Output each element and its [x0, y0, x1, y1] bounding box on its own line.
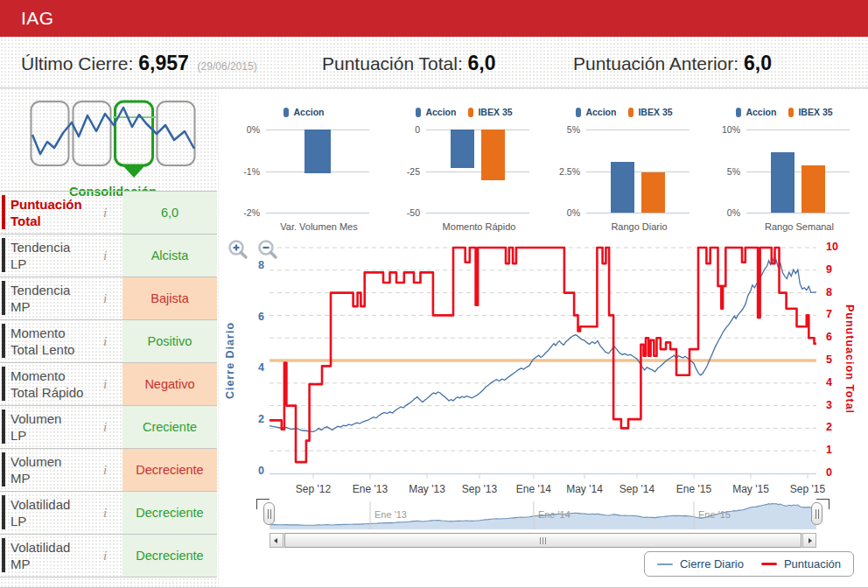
indicator-row: VolumenLPiCreciente: [0, 406, 217, 449]
indicator-label-line: MP: [10, 470, 61, 486]
indicator-label-line: Volumen: [10, 453, 61, 470]
bar: [304, 130, 331, 173]
info-icon[interactable]: i: [103, 334, 107, 349]
mini-chart-plot: 0%-1%-2%: [266, 130, 369, 214]
scrollbar[interactable]: [270, 533, 816, 548]
summary-bar: Último Cierre: 6,957 (29/06/2015) Puntua…: [0, 37, 868, 88]
mini-chart-title: Rango Diario: [544, 221, 704, 232]
indicator-row: VolatilidadMPiDecreciente: [0, 535, 217, 578]
legend-swatch-icon: [788, 108, 794, 117]
plot-area[interactable]: [270, 241, 816, 480]
indicator-value: Bajista: [122, 277, 217, 319]
legend-swatch-icon: [576, 108, 581, 117]
indicator-label: VolatilidadLP: [10, 496, 70, 529]
pattern-selector-graphic: [30, 100, 196, 180]
navigator-label: Ene '13: [374, 509, 407, 520]
indicator-row: PuntuaciónTotali6,0: [0, 192, 217, 234]
gridline: [586, 130, 690, 130]
indicator-row: VolumenMPiDecreciente: [0, 449, 217, 492]
info-icon[interactable]: i: [103, 420, 107, 435]
legend-item-puntuacion[interactable]: Puntuación: [761, 557, 841, 570]
x-axis-label: Ene '14: [516, 483, 551, 495]
legend-swatch-icon: [628, 108, 634, 117]
indicator-label-line: Total Lento: [10, 341, 74, 358]
legend-line-icon: [761, 563, 777, 565]
info-icon[interactable]: i: [103, 549, 107, 564]
legend-label: Cierre Diario: [680, 557, 744, 570]
indicator-table: PuntuaciónTotali6,0TendenciaLPiAlcistaTe…: [0, 191, 217, 578]
gridline: [426, 130, 529, 130]
axis-tick-label: 5%: [705, 166, 740, 177]
navigator-handle-left[interactable]: [263, 502, 275, 525]
indicator-value: Decreciente: [122, 535, 217, 577]
right-axis-tick: 7: [826, 308, 832, 320]
info-icon[interactable]: i: [103, 506, 107, 521]
legend-item[interactable]: Accion: [416, 107, 456, 117]
indicator-value: 6,0: [122, 192, 217, 234]
legend-label: Accion: [746, 107, 776, 117]
arrow-right-icon: [808, 538, 812, 543]
scrollbar-left-button[interactable]: [270, 533, 284, 548]
bar: [771, 152, 794, 213]
legend-item[interactable]: IBEX 35: [468, 107, 512, 117]
mini-chart-legend: Accion: [224, 102, 384, 122]
scrollbar-right-button[interactable]: [802, 533, 816, 548]
pattern-selector: Consolidación: [30, 100, 205, 199]
previous-score-group: Puntuación Anterior: 6,0: [573, 52, 772, 75]
indicator-row: MomentoTotal RápidoiNegativo: [0, 363, 217, 406]
navigator-handle-right[interactable]: [811, 502, 822, 525]
mini-chart-rango-semanal: AccionIBEX 3510%5%0%Rango Semanal: [704, 102, 864, 232]
legend-line-icon: [657, 564, 673, 565]
charts-panel: Accion0%-1%-2%Var. Volumen MesAccionIBEX…: [219, 89, 868, 588]
previous-score-label: Puntuación Anterior:: [573, 53, 738, 74]
page: IAG Último Cierre: 6,957 (29/06/2015) Pu…: [0, 0, 868, 588]
info-icon[interactable]: i: [103, 291, 107, 306]
indicator-value: Decreciente: [122, 492, 217, 534]
info-icon[interactable]: i: [103, 377, 107, 392]
legend-item[interactable]: Accion: [284, 107, 324, 117]
total-score-label: Puntuación Total:: [322, 53, 463, 74]
x-axis-label: Ene '15: [676, 483, 711, 495]
x-axis-label: Sep '15: [790, 483, 825, 495]
legend-item[interactable]: Accion: [736, 107, 776, 117]
legend-item-cierre-diario[interactable]: Cierre Diario: [657, 557, 744, 570]
indicator-label-line: Momento: [10, 368, 83, 384]
indicator-label-line: Total Rápido: [10, 384, 83, 401]
gridline: [586, 213, 690, 214]
indicator-label-line: Volumen: [10, 410, 61, 427]
info-icon[interactable]: i: [103, 248, 107, 263]
legend-item[interactable]: IBEX 35: [788, 107, 832, 117]
indicator-label: VolatilidadMP: [10, 539, 70, 572]
axis-tick-label: 0: [385, 124, 420, 135]
info-icon[interactable]: i: [103, 463, 107, 478]
indicator-label-line: MP: [10, 556, 70, 572]
axis-tick-label: -25: [385, 166, 420, 177]
chart-legend: Cierre Diario Puntuación: [644, 551, 854, 577]
indicator-label-line: Momento: [10, 325, 74, 341]
gridline: [746, 213, 850, 214]
indicator-label: VolumenLP: [10, 410, 61, 444]
bar: [611, 162, 634, 213]
pattern-box-4: [158, 102, 195, 165]
bar: [802, 165, 825, 213]
previous-score-value: 6,0: [744, 52, 772, 74]
navigator[interactable]: Ene '13Ene '14Ene '15: [270, 500, 816, 529]
right-axis-tick: 8: [826, 286, 832, 298]
legend-label: IBEX 35: [478, 107, 512, 117]
scrollbar-thumb[interactable]: [284, 533, 802, 548]
left-axis-tick: 8: [242, 259, 264, 271]
legend-item[interactable]: Accion: [576, 107, 616, 117]
x-axis-label: May '14: [566, 483, 603, 495]
legend-item[interactable]: IBEX 35: [628, 107, 672, 117]
legend-swatch-icon: [416, 108, 421, 117]
indicator-value: Positivo: [122, 320, 217, 362]
main-chart: Cierre Diario Punutuacion Total Ene '13E…: [219, 234, 868, 588]
mini-chart-rango-diario: AccionIBEX 355%2.5%0%Rango Diario: [544, 102, 704, 232]
left-axis-tick: 6: [242, 311, 264, 323]
gridline: [266, 213, 369, 214]
x-axis-label: May '15: [732, 483, 769, 495]
arrow-left-icon: [274, 538, 277, 543]
plot-svg: [270, 241, 816, 480]
info-icon[interactable]: i: [103, 206, 107, 220]
legend-swatch-icon: [468, 108, 473, 117]
